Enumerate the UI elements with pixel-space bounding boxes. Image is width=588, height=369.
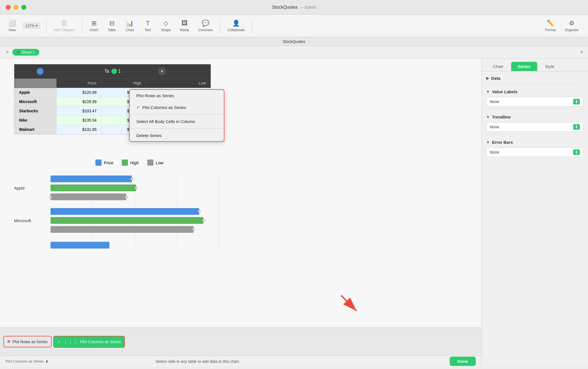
- maximize-button[interactable]: [21, 5, 26, 10]
- error-bars-dropdown[interactable]: None ⬍: [486, 147, 584, 157]
- table-label: Table: [108, 28, 116, 32]
- shape-icon: ◇: [164, 20, 168, 27]
- minimize-button[interactable]: [13, 5, 19, 10]
- zoom-section: 127% ▾: [20, 21, 43, 30]
- microsoft-low-bar-row: [14, 226, 261, 233]
- cell-name-2[interactable]: Starbucks: [15, 106, 57, 116]
- plot-columns-label: Plot Columns as Series: [142, 105, 186, 110]
- chart-button[interactable]: 📊 Chart: [121, 18, 138, 34]
- legend-low-swatch: [147, 160, 153, 166]
- add-sheet-button[interactable]: +: [4, 48, 10, 56]
- sheet-dot: [17, 51, 20, 54]
- section-value-labels-title: Value Labels: [492, 89, 518, 94]
- trendline-value: None: [490, 125, 499, 129]
- separator-value-labels: [486, 109, 584, 109]
- text-label: Text: [145, 28, 151, 32]
- plot-rows-menu-item[interactable]: Plot Rows as Series: [130, 90, 224, 101]
- insert-button[interactable]: ⊞ Insert: [86, 18, 102, 34]
- new-sheet-button[interactable]: +: [580, 49, 584, 56]
- collaborate-button[interactable]: 👤 Collaborate: [224, 18, 249, 34]
- done-button[interactable]: Done: [450, 357, 476, 366]
- shape-button[interactable]: ◇ Shape: [157, 18, 175, 34]
- table-blue-handle[interactable]: [37, 68, 43, 75]
- add-category-label: Add Category: [54, 28, 74, 32]
- media-button[interactable]: 🖼 Media: [176, 18, 193, 34]
- cell-price-4[interactable]: $131.95: [57, 125, 101, 134]
- table-title: Ta: [104, 69, 109, 74]
- status-select-arrow[interactable]: ⬍: [45, 359, 49, 364]
- document-tab-label[interactable]: StockQuotes: [283, 39, 305, 44]
- cell-price-0[interactable]: $120.99: [57, 88, 101, 97]
- toolbar-separator-3: [220, 19, 220, 33]
- apple-low-bar: [50, 193, 126, 200]
- select-all-label: Select All Body Cells in Column: [136, 119, 195, 124]
- apple-high-bar-row: [14, 184, 261, 192]
- microsoft-price-handle[interactable]: [198, 210, 201, 213]
- toolbar-separator-2: [82, 19, 82, 33]
- cell-name-1[interactable]: Microsoft: [15, 97, 57, 106]
- cell-price-2[interactable]: $103.47: [57, 106, 101, 116]
- collapse-arrow-error-bars: ▼: [486, 140, 490, 144]
- toolbar-separator-1: [46, 19, 47, 33]
- apple-low-right-handle[interactable]: [125, 195, 128, 198]
- shape-label: Shape: [161, 28, 171, 32]
- context-menu: Plot Rows as Series ✓ Plot Columns as Se…: [129, 89, 224, 142]
- apple-low-left-handle[interactable]: [49, 195, 52, 198]
- cell-name-0[interactable]: Apple: [15, 88, 57, 97]
- col-header-high: High: [101, 79, 146, 88]
- value-labels-dropdown[interactable]: None ⬍: [486, 97, 584, 106]
- bottom-plot-bar: ≡ Plot Rows as Series ✓ ⋮⋮⋮ Plot Columns…: [0, 327, 481, 356]
- cell-name-4[interactable]: Walmart: [15, 125, 57, 134]
- delete-series-menu-item[interactable]: Delete Series: [130, 130, 224, 141]
- plot-columns-menu-item[interactable]: ✓ Plot Columns as Series: [130, 101, 224, 113]
- format-button[interactable]: ✏️ Format: [541, 18, 560, 34]
- section-value-labels-header[interactable]: ▼ Value Labels: [486, 89, 584, 94]
- cell-price-3[interactable]: $135.54: [57, 116, 101, 125]
- trendline-dropdown[interactable]: None ⬍: [486, 122, 584, 132]
- table-header-bar: Ta 1 ▾: [14, 64, 211, 78]
- col-header-price: Price: [57, 79, 101, 88]
- table-green-dot: [111, 69, 117, 74]
- tab-style[interactable]: Style: [538, 62, 561, 71]
- section-error-bars-header[interactable]: ▼ Error Bars: [486, 140, 584, 145]
- delete-series-label: Delete Series: [136, 133, 162, 138]
- microsoft-low-handle[interactable]: [192, 228, 195, 231]
- cell-price-1[interactable]: $228.99: [57, 97, 101, 106]
- plot-columns-option[interactable]: ✓ ⋮⋮⋮ Plot Columns as Series: [53, 336, 125, 348]
- starbucks-price-bar: [50, 242, 109, 249]
- chart-label-microsoft: Microsoft: [14, 218, 31, 223]
- cell-name-3[interactable]: Nike: [15, 116, 57, 125]
- chart-bars-area: Apple: [14, 175, 261, 250]
- apple-low-bar-row: [14, 193, 261, 201]
- tab-chart[interactable]: Chart: [486, 62, 510, 71]
- checkmark-active: ✓: [57, 340, 61, 344]
- comment-label: Comment: [198, 28, 213, 32]
- section-trendline-title: Trendline: [492, 115, 511, 119]
- organize-button[interactable]: ⚙ Organize: [561, 18, 582, 34]
- view-label[interactable]: View: [9, 28, 16, 32]
- separator-data: [486, 83, 584, 84]
- chart-label: Chart: [126, 28, 134, 32]
- apple-price-handle[interactable]: [130, 177, 133, 180]
- text-button[interactable]: T Text: [139, 18, 156, 34]
- table-dropdown-button[interactable]: ▾: [158, 67, 166, 75]
- comment-button[interactable]: 💬 Comment: [194, 18, 217, 34]
- format-label: Format: [545, 28, 556, 32]
- plot-rows-option[interactable]: ≡ Plot Rows as Series: [3, 336, 52, 347]
- chart-legend: Price High Low: [14, 160, 164, 166]
- microsoft-high-handle[interactable]: [202, 219, 205, 222]
- zoom-button[interactable]: 127% ▾: [23, 23, 40, 29]
- tab-series[interactable]: Series: [511, 62, 537, 71]
- apple-high-handle[interactable]: [135, 186, 137, 189]
- section-data-header[interactable]: ▶ Data: [486, 76, 584, 81]
- microsoft-high-bar-row: [14, 217, 261, 224]
- collaborate-icon: 👤: [232, 20, 240, 27]
- add-category-button[interactable]: ☰ Add Category: [50, 18, 78, 34]
- table-button[interactable]: ⊟ Table: [104, 18, 120, 34]
- select-all-menu-item[interactable]: Select All Body Cells in Column: [130, 116, 224, 127]
- close-button[interactable]: [6, 5, 11, 10]
- section-value-labels: ▼ Value Labels None ⬍: [486, 89, 584, 109]
- plot-rows-icon: ≡: [7, 339, 10, 345]
- sheet-1-tab[interactable]: Sheet 1: [12, 49, 39, 56]
- section-trendline-header[interactable]: ▼ Trendline: [486, 115, 584, 119]
